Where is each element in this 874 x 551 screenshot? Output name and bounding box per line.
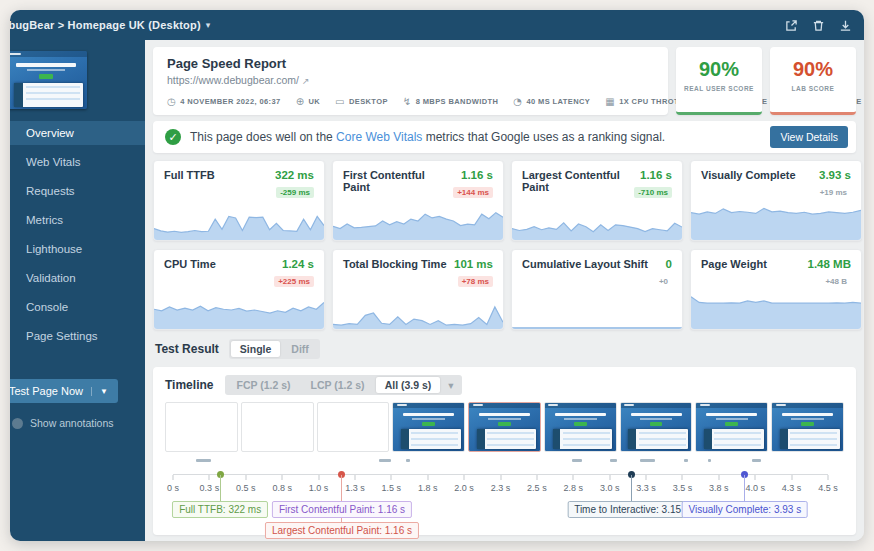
- view-details-button[interactable]: View Details: [770, 126, 848, 148]
- report-url-link[interactable]: https://www.debugbear.com/: [167, 74, 299, 86]
- timeline-tab[interactable]: All (3.9 s): [376, 377, 441, 393]
- axis-tick-label: 3.8 s: [709, 483, 729, 493]
- page-screenshot-thumbnail: [772, 403, 843, 451]
- timeline-tab-dropdown-icon[interactable]: ▾: [442, 377, 459, 393]
- bolt-icon: ↯: [403, 96, 412, 107]
- metric-card[interactable]: First Contentful Paint 1.16 s +144 ms: [332, 160, 504, 241]
- metric-card[interactable]: Page Weight 1.48 MB +48 B: [690, 249, 862, 330]
- axis-tick: [828, 475, 829, 480]
- filmstrip-frame-screenshot[interactable]: [695, 402, 768, 452]
- metric-value: 3.93 s: [816, 169, 851, 181]
- filmstrip-frame-blank[interactable]: [165, 402, 238, 452]
- axis-tick-label: 3.0 s: [600, 483, 620, 493]
- axis-tick-label: 0 s: [167, 483, 179, 493]
- axis-tick-label: 1.5 s: [382, 483, 402, 493]
- timeline-marker-label: Time to Interactive: 3.15 s: [567, 501, 696, 518]
- axis-tick-label: 4.5 s: [818, 483, 838, 493]
- axis-tick: [500, 475, 501, 480]
- top-bar: DebugBear > Homepage UK (Desktop) ▾: [10, 10, 864, 40]
- axis-tick-label: 2.8 s: [564, 483, 584, 493]
- sidebar-nav-item[interactable]: Validation: [10, 266, 145, 290]
- metric-name: First Contentful Paint: [343, 169, 453, 199]
- metric-name: Largest Contentful Paint: [522, 169, 634, 199]
- axis-tick-label: 1.8 s: [418, 483, 438, 493]
- banner-text: This page does well on the Core Web Vita…: [190, 130, 665, 144]
- timeline-tab[interactable]: FCP (1.2 s): [227, 377, 299, 393]
- timeline-marker-label: Largest Contentful Paint: 1.16 s: [265, 522, 419, 539]
- axis-tick: [573, 475, 574, 480]
- sidebar-nav-item[interactable]: Web Vitals: [10, 150, 145, 174]
- sidebar-nav-item[interactable]: Page Settings: [10, 324, 145, 348]
- metric-card[interactable]: Cumulative Layout Shift 0 +0: [511, 249, 683, 330]
- axis-tick-label: 0.3 s: [200, 483, 220, 493]
- sidebar-item-label: Requests: [26, 185, 75, 197]
- request-mark: [684, 459, 688, 462]
- axis-tick: [536, 475, 537, 480]
- filmstrip-frame-screenshot[interactable]: [620, 402, 693, 452]
- timeline-card: Timeline FCP (1.2 s)LCP (1.2 s)All (3.9 …: [153, 367, 856, 535]
- sidebar-item-label: Metrics: [26, 214, 63, 226]
- sidebar-item-label: Console: [26, 301, 68, 313]
- sidebar: Overview Web Vitals Requests Metrics Lig…: [10, 40, 145, 541]
- report-meta-item: ▭ DESKTOP: [335, 95, 388, 107]
- report-meta-row: ◷ 4 NOVEMBER 2022, 06:37 ⊕ UK ▭ DESKTOP …: [167, 95, 654, 107]
- sidebar-nav-item[interactable]: Metrics: [10, 208, 145, 232]
- sidebar-nav-item[interactable]: Console: [10, 295, 145, 319]
- metric-name: Total Blocking Time: [343, 258, 447, 288]
- metric-card[interactable]: Total Blocking Time 101 ms +78 ms: [332, 249, 504, 330]
- app-window: DebugBear > Homepage UK (Desktop) ▾: [10, 10, 864, 541]
- report-meta-item: ◷ 4 NOVEMBER 2022, 06:37: [167, 95, 281, 107]
- test-page-now-button[interactable]: Test Page Now ▼: [10, 379, 118, 403]
- sidebar-nav-item[interactable]: Overview: [10, 121, 145, 145]
- breadcrumb[interactable]: DebugBear > Homepage UK (Desktop) ▾: [10, 19, 211, 31]
- real-user-score-card: 90% REAL USER SCORE: [676, 47, 762, 115]
- download-icon[interactable]: [839, 19, 852, 32]
- request-marks-row: [165, 456, 844, 466]
- lab-score-card: 90% LAB SCORE: [770, 47, 856, 115]
- metrics-grid: Full TTFB 322 ms -259 ms First Contentfu…: [153, 160, 856, 330]
- test-result-option[interactable]: Diff: [282, 341, 318, 357]
- page-screenshot-thumbnail: [696, 403, 767, 451]
- metric-card[interactable]: Largest Contentful Paint 1.16 s -710 ms: [511, 160, 683, 241]
- sidebar-item-label: Validation: [26, 272, 76, 284]
- filmstrip-frame-blank[interactable]: [317, 402, 390, 452]
- open-external-icon[interactable]: [785, 19, 798, 32]
- filmstrip-frame-screenshot[interactable]: [392, 402, 465, 452]
- metric-name: Full TTFB: [164, 169, 215, 199]
- metric-card[interactable]: Full TTFB 322 ms -259 ms: [153, 160, 325, 241]
- axis-tick: [718, 475, 719, 480]
- request-mark: [708, 459, 711, 462]
- axis-tick: [791, 475, 792, 480]
- test-result-label: Test Result: [155, 342, 219, 356]
- axis-tick-label: 3.3 s: [636, 483, 656, 493]
- timeline-tabs: FCP (1.2 s)LCP (1.2 s)All (3.9 s)▾: [225, 375, 461, 395]
- axis-tick-label: 4.3 s: [782, 483, 802, 493]
- metric-name: Page Weight: [701, 258, 767, 288]
- test-result-option[interactable]: Single: [231, 341, 281, 357]
- filmstrip-frame-lcp-highlight[interactable]: [468, 402, 541, 452]
- metric-delta-badge: +144 ms: [453, 187, 493, 198]
- axis-tick: [755, 475, 756, 480]
- metric-sparkline-chart: [691, 202, 861, 240]
- metric-delta-badge: +0: [655, 276, 672, 287]
- axis-tick: [391, 475, 392, 480]
- timeline-marker-label: Visually Complete: 3.93 s: [681, 501, 808, 518]
- metric-sparkline-chart: [691, 291, 861, 329]
- show-annotations-toggle[interactable]: [12, 418, 23, 429]
- metric-card[interactable]: CPU Time 1.24 s +225 ms: [153, 249, 325, 330]
- test-result-row: Test Result SingleDiff: [155, 339, 854, 359]
- sidebar-nav-item[interactable]: Requests: [10, 179, 145, 203]
- show-annotations-label: Show annotations: [30, 417, 113, 429]
- metric-name: CPU Time: [164, 258, 216, 288]
- sidebar-item-label: Web Vitals: [26, 156, 81, 168]
- delete-icon[interactable]: [812, 19, 825, 32]
- filmstrip-frame-blank[interactable]: [241, 402, 314, 452]
- timeline-tab[interactable]: LCP (1.2 s): [302, 377, 374, 393]
- filmstrip-frame-screenshot[interactable]: [771, 402, 844, 452]
- core-web-vitals-link[interactable]: Core Web Vitals: [336, 130, 422, 144]
- report-meta-item: ⊕ UK: [296, 95, 320, 107]
- axis-tick-label: 4.0 s: [745, 483, 765, 493]
- metric-card[interactable]: Visually Complete 3.93 s +19 ms: [690, 160, 862, 241]
- filmstrip-frame-screenshot[interactable]: [544, 402, 617, 452]
- sidebar-nav-item[interactable]: Lighthouse: [10, 237, 145, 261]
